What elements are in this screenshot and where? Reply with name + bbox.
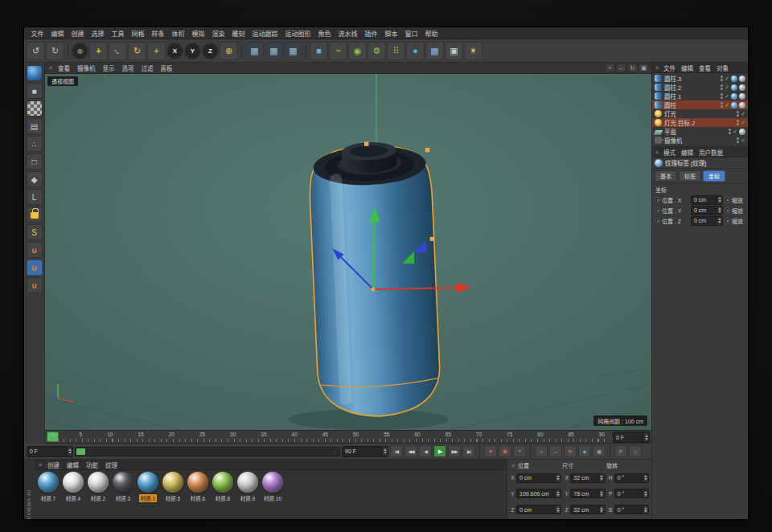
rotation-h-value[interactable]: 0 °: [615, 475, 642, 481]
menu-plugins[interactable]: 插件: [361, 29, 381, 38]
points-mode-button[interactable]: ∴: [27, 136, 43, 152]
material-item[interactable]: 材质.4: [61, 472, 85, 502]
keyframe-selection-button[interactable]: ◇: [629, 445, 642, 457]
object-name[interactable]: 平面: [664, 127, 726, 136]
start-frame-value[interactable]: 0 F: [27, 448, 66, 454]
material-item[interactable]: 材质.6: [186, 472, 210, 502]
selection-handle-right[interactable]: [430, 237, 434, 241]
start-frame-field[interactable]: 0 F: [27, 446, 73, 457]
mat-menu-create[interactable]: 创建: [44, 460, 63, 469]
material-item[interactable]: 材质.8: [211, 472, 235, 502]
menu-pipeline[interactable]: 流水线: [335, 29, 361, 38]
record-parameter-toggle[interactable]: ◆: [578, 445, 591, 457]
record-scale-toggle[interactable]: ↔: [549, 445, 562, 457]
enabled-check-icon[interactable]: ✓: [733, 129, 737, 135]
vp-menu-options[interactable]: 选项: [119, 63, 138, 72]
material-item[interactable]: 材质.5: [161, 472, 185, 502]
visibility-dots[interactable]: [721, 102, 723, 108]
size-x-field[interactable]: 32 cm: [570, 473, 605, 483]
texture-tag-icon[interactable]: [731, 76, 737, 82]
panel-menu-icon[interactable]: ≡: [47, 65, 54, 71]
record-keyframe-button[interactable]: ●: [484, 445, 497, 457]
prev-frame-button[interactable]: ◀: [419, 445, 432, 457]
pla-button[interactable]: P: [614, 445, 627, 457]
goto-start-button[interactable]: |◀: [390, 445, 403, 457]
size-y-value[interactable]: 78 cm: [571, 491, 597, 497]
menu-render[interactable]: 渲染: [208, 29, 228, 38]
material-sphere[interactable]: [212, 472, 233, 493]
model-mode-button[interactable]: ■: [27, 83, 43, 99]
object-row[interactable]: 摄像机 ✓: [652, 136, 748, 145]
generators-button[interactable]: ⚙: [368, 42, 386, 60]
attr-position-z-value[interactable]: 0 cm: [692, 218, 716, 223]
material-sphere[interactable]: [187, 472, 208, 493]
phong-tag-icon[interactable]: [739, 93, 745, 100]
vp-menu-panel[interactable]: 面板: [158, 63, 176, 72]
size-z-value[interactable]: 32 cm: [571, 507, 597, 513]
material-item-selected[interactable]: 材质.1: [136, 472, 160, 502]
prev-key-button[interactable]: ◀◀: [404, 445, 417, 457]
cylinder-object[interactable]: [307, 139, 441, 419]
object-name[interactable]: 圆柱.1: [664, 92, 718, 100]
mat-menu-function[interactable]: 功能: [83, 460, 101, 469]
pan-view-icon[interactable]: +: [605, 63, 615, 72]
om-menu-file[interactable]: 文件: [661, 63, 678, 72]
add-cube-button[interactable]: ■: [310, 42, 328, 60]
material-item[interactable]: 材质.9: [236, 472, 260, 502]
visibility-dots[interactable]: [737, 111, 739, 117]
undo-icon[interactable]: ↺: [27, 42, 45, 60]
rotation-h-field[interactable]: 0 °: [614, 473, 649, 483]
stepper[interactable]: [66, 447, 72, 456]
viewport-canvas[interactable]: [45, 74, 651, 431]
keyframe-radio[interactable]: [725, 207, 730, 213]
attr-position-x-field[interactable]: 0 cm: [691, 195, 723, 205]
make-editable-button[interactable]: [27, 65, 43, 81]
stepper[interactable]: [598, 474, 605, 482]
object-name[interactable]: 圆柱.2: [664, 83, 718, 92]
spline-pen-button[interactable]: ~: [329, 42, 347, 60]
enabled-check-icon[interactable]: ✓: [725, 102, 729, 108]
object-row[interactable]: 圆柱.3 ✓: [652, 74, 748, 83]
ruler-ticks[interactable]: 0 5 10 15 20 25 30 35 40 45 50: [45, 431, 611, 443]
rotate-tool[interactable]: ↻: [128, 42, 146, 60]
view-label[interactable]: 透视视图: [47, 76, 78, 86]
keyframe-radio[interactable]: [725, 197, 730, 203]
object-name[interactable]: 摄像机: [664, 136, 734, 145]
last-used-tool[interactable]: +: [147, 42, 166, 60]
end-frame-value[interactable]: 90 F: [343, 448, 381, 454]
material-sphere[interactable]: [38, 472, 59, 493]
texture-tag-icon[interactable]: [731, 84, 737, 91]
timeline-slider[interactable]: [75, 447, 340, 456]
material-sphere[interactable]: [162, 472, 183, 493]
record-rotation-toggle[interactable]: ↻: [564, 445, 577, 457]
tab-coordinates[interactable]: 坐标: [703, 170, 725, 182]
phong-tag-icon[interactable]: [739, 84, 745, 91]
autokey-button[interactable]: ◉: [499, 445, 511, 457]
position-z-field[interactable]: 0 cm: [516, 505, 561, 514]
stepper[interactable]: [554, 505, 561, 514]
enabled-check-icon[interactable]: ✓: [741, 111, 745, 117]
position-x-value[interactable]: 0 cm: [517, 475, 554, 481]
render-settings-button[interactable]: ▦: [284, 42, 302, 60]
gizmo-origin[interactable]: [372, 288, 376, 292]
texture-tag-icon[interactable]: [739, 129, 745, 135]
panel-menu-icon[interactable]: ≡: [510, 463, 516, 469]
snap-enabled-button[interactable]: ∪: [27, 260, 43, 276]
material-sphere[interactable]: [237, 472, 258, 493]
enable-axis-button[interactable]: L: [27, 189, 43, 205]
stepper[interactable]: [554, 474, 561, 482]
stepper[interactable]: [381, 447, 388, 456]
tab-basic[interactable]: 基本: [655, 170, 677, 182]
om-menu-edit[interactable]: 编辑: [679, 63, 696, 72]
object-row[interactable]: 圆柱.2 ✓: [652, 83, 748, 92]
selection-handle-top-right[interactable]: [425, 148, 430, 153]
position-x-field[interactable]: 0 cm: [516, 473, 561, 483]
menu-window[interactable]: 窗口: [401, 29, 421, 38]
polygons-mode-button[interactable]: ◆: [27, 171, 43, 187]
lock-x-button[interactable]: X: [166, 43, 183, 59]
material-item[interactable]: 材质.7: [36, 472, 60, 502]
workplane-mode-button[interactable]: ▤: [27, 118, 43, 134]
material-sphere[interactable]: [113, 472, 133, 493]
rotation-b-value[interactable]: 0 °: [615, 507, 642, 513]
record-position-toggle[interactable]: +: [535, 445, 548, 457]
